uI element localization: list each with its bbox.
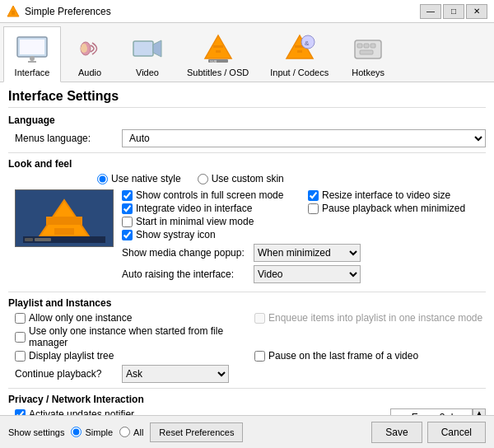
simple-radio[interactable] (71, 427, 82, 437)
close-button[interactable]: ✕ (466, 4, 487, 19)
continue-playback-select[interactable]: Ask (122, 365, 229, 383)
content-area: Interface Settings Language Menus langua… (0, 82, 494, 415)
svg-text:&: & (305, 40, 310, 47)
tab-interface-label: Interface (15, 68, 50, 77)
tab-audio[interactable]: Audio (61, 26, 119, 82)
tab-hotkeys-label: Hotkeys (352, 68, 384, 77)
all-radio-label: All (133, 427, 143, 437)
svg-rect-32 (35, 238, 51, 241)
custom-skin-label: Use custom skin (212, 173, 284, 184)
interface-checkboxes: Show controls in full screen mode Resize… (122, 189, 486, 287)
custom-skin-radio[interactable] (198, 174, 208, 184)
svg-rect-9 (133, 41, 153, 56)
svg-rect-28 (46, 217, 82, 225)
menus-language-select[interactable]: Auto (122, 129, 486, 147)
simple-radio-label: Simple (85, 427, 113, 437)
tab-subtitles[interactable]: SUB Subtitles / OSD (176, 26, 259, 82)
privacy-section: Privacy / Network Interaction Activate u… (8, 394, 486, 415)
svg-rect-5 (28, 61, 36, 63)
look-checkboxes-grid: Show controls in full screen mode Resize… (122, 189, 486, 240)
tab-audio-label: Audio (78, 68, 101, 77)
interface-preview (15, 189, 114, 247)
updates-interval: ▲ ▼ (390, 408, 486, 415)
svg-point-8 (82, 44, 86, 49)
native-style-radio[interactable] (97, 174, 108, 184)
custom-skin-option[interactable]: Use custom skin (198, 173, 284, 184)
svg-rect-18 (297, 50, 302, 53)
playlist-section-label: Playlist and Instances (8, 297, 486, 309)
media-popup-label: Show media change popup: (122, 247, 254, 259)
tab-interface[interactable]: Interface (3, 26, 61, 82)
updates-notifier-check[interactable]: Activate updates notifier (15, 408, 167, 415)
menus-language-row: Menus language: Auto (15, 129, 486, 147)
save-button[interactable]: Save (371, 422, 422, 443)
privacy-section-label: Privacy / Network Interaction (8, 394, 486, 405)
bottom-bar: Show settings Simple All Reset Preferenc… (0, 415, 494, 448)
native-style-option[interactable]: Use native style (97, 173, 181, 184)
continue-playback-label: Continue playback? (15, 368, 122, 380)
language-section-label: Language (8, 114, 486, 126)
interface-preview-section: Show controls in full screen mode Resize… (15, 189, 486, 287)
minimal-view-check[interactable]: Start in minimal view mode (122, 216, 300, 227)
one-instance-check[interactable]: Allow only one instance (15, 312, 246, 324)
updates-interval-input[interactable] (390, 408, 473, 415)
file-manager-instance-check[interactable]: Use only one instance when started from … (15, 325, 246, 348)
cancel-button[interactable]: Cancel (427, 422, 486, 443)
privacy-controls-right: ▲ ▼ Filter: (324, 408, 486, 415)
last-frame-check[interactable]: Pause on the last frame of a video (254, 350, 486, 362)
svg-rect-1 (12, 11, 15, 15)
minimize-button[interactable]: — (420, 4, 441, 19)
resize-interface-check[interactable]: Resize interface to video size (308, 189, 486, 201)
auto-raising-label: Auto raising the interface: (122, 268, 254, 280)
native-style-label: Use native style (111, 173, 181, 184)
svg-point-4 (30, 56, 35, 61)
language-section: Language Menus language: Auto (8, 114, 486, 147)
svg-rect-25 (360, 50, 373, 54)
reset-preferences-button[interactable]: Reset Preferences (150, 422, 243, 442)
simple-radio-option[interactable]: Simple (71, 427, 113, 437)
maximize-button[interactable]: □ (443, 4, 464, 19)
window-title: Simple Preferences (25, 6, 111, 17)
title-bar: Simple Preferences — □ ✕ (0, 0, 494, 23)
systray-check[interactable]: Show systray icon (122, 229, 300, 240)
tab-subtitles-label: Subtitles / OSD (187, 68, 249, 77)
video-tab-icon (130, 31, 165, 66)
spinner-up[interactable]: ▲ (473, 408, 486, 415)
media-popup-select[interactable]: When minimized (254, 244, 361, 262)
pause-minimized-check[interactable]: Pause playback when minimized (308, 203, 486, 214)
svg-rect-31 (25, 238, 33, 241)
svg-rect-23 (364, 44, 369, 48)
svg-marker-10 (153, 40, 161, 57)
fullscreen-controls-check[interactable]: Show controls in full screen mode (122, 189, 300, 201)
playlist-tree-check[interactable]: Display playlist tree (15, 350, 246, 362)
continue-playback-row: Continue playback? Ask (15, 365, 486, 383)
playlist-checkboxes-grid: Allow only one instance Enqueue items in… (15, 312, 486, 362)
svg-text:SUB: SUB (210, 59, 217, 63)
svg-rect-29 (54, 228, 74, 235)
tab-hotkeys[interactable]: Hotkeys (339, 26, 397, 82)
playlist-section: Playlist and Instances Allow only one in… (8, 297, 486, 383)
tab-video[interactable]: Video (119, 26, 176, 82)
auto-raising-row: Auto raising the interface: Video (122, 265, 486, 283)
enqueue-check[interactable]: Enqueue items into playlist in one insta… (254, 312, 486, 324)
subtitles-tab-icon: SUB (201, 31, 235, 66)
interface-tab-icon (15, 31, 49, 66)
show-settings-label: Show settings (8, 427, 64, 437)
tab-video-label: Video (136, 68, 159, 77)
audio-tab-icon (72, 31, 107, 66)
input-tab-icon: & (282, 31, 317, 66)
auto-raising-select[interactable]: Video (254, 265, 361, 283)
look-and-feel-label: Look and feel (8, 158, 486, 170)
all-radio[interactable] (119, 427, 130, 437)
bottom-left: Show settings Simple All Reset Preferenc… (8, 422, 243, 442)
privacy-checkboxes: Activate updates notifier Save recently … (15, 408, 167, 415)
integrate-video-check[interactable]: Integrate video in interface (122, 203, 300, 214)
svg-rect-21 (355, 40, 381, 58)
nav-tabs: Interface Audio Video (0, 23, 494, 82)
bottom-right: Save Cancel (371, 422, 486, 443)
style-radio-group: Use native style Use custom skin (15, 173, 486, 184)
hotkeys-tab-icon (351, 31, 385, 66)
svg-rect-22 (357, 44, 362, 48)
all-radio-option[interactable]: All (119, 427, 143, 437)
tab-input[interactable]: & Input / Codecs (259, 26, 339, 82)
